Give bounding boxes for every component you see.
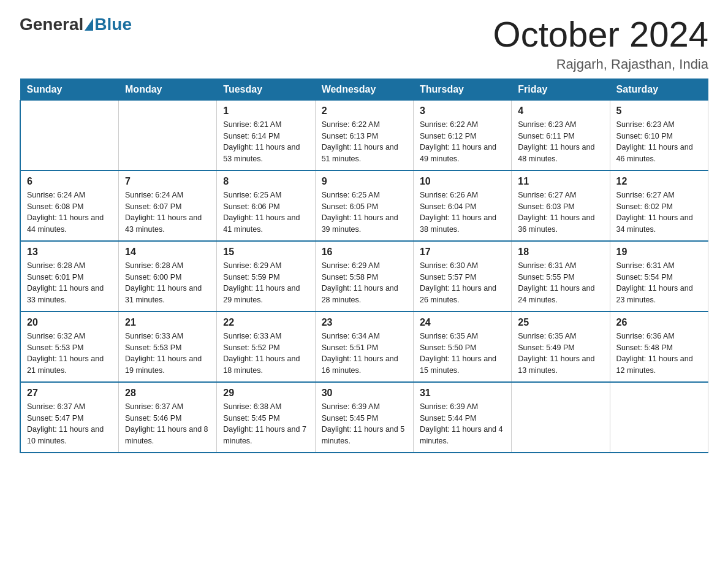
day-info: Sunrise: 6:34 AMSunset: 5:51 PMDaylight:… [322,331,407,377]
day-cell: 13Sunrise: 6:28 AMSunset: 6:01 PMDayligh… [20,241,119,312]
day-cell: 26Sunrise: 6:36 AMSunset: 5:48 PMDayligh… [610,312,708,382]
day-info: Sunrise: 6:29 AMSunset: 5:59 PMDaylight:… [223,260,308,306]
day-info: Sunrise: 6:25 AMSunset: 6:05 PMDaylight:… [322,190,407,236]
day-cell: 23Sunrise: 6:34 AMSunset: 5:51 PMDayligh… [315,312,413,382]
week-row-3: 20Sunrise: 6:32 AMSunset: 5:53 PMDayligh… [20,312,708,382]
day-cell: 31Sunrise: 6:39 AMSunset: 5:44 PMDayligh… [413,382,511,453]
day-cell: 18Sunrise: 6:31 AMSunset: 5:55 PMDayligh… [512,241,610,312]
day-info: Sunrise: 6:21 AMSunset: 6:14 PMDaylight:… [223,119,308,165]
day-number: 31 [420,388,505,399]
day-info: Sunrise: 6:39 AMSunset: 5:44 PMDaylight:… [420,401,505,447]
day-cell: 6Sunrise: 6:24 AMSunset: 6:08 PMDaylight… [20,170,119,241]
day-number: 23 [322,317,407,328]
day-cell: 5Sunrise: 6:23 AMSunset: 6:10 PMDaylight… [610,100,708,170]
day-cell: 3Sunrise: 6:22 AMSunset: 6:12 PMDaylight… [413,100,511,170]
day-number: 7 [125,176,210,187]
day-info: Sunrise: 6:22 AMSunset: 6:13 PMDaylight:… [322,119,407,165]
day-number: 12 [616,176,702,187]
logo: General Blue [20,15,132,34]
day-cell: 17Sunrise: 6:30 AMSunset: 5:57 PMDayligh… [413,241,511,312]
day-cell: 16Sunrise: 6:29 AMSunset: 5:58 PMDayligh… [315,241,413,312]
day-info: Sunrise: 6:23 AMSunset: 6:11 PMDaylight:… [518,119,603,165]
day-number: 15 [223,247,308,258]
day-info: Sunrise: 6:28 AMSunset: 6:01 PMDaylight:… [27,260,112,306]
day-info: Sunrise: 6:27 AMSunset: 6:02 PMDaylight:… [616,190,702,236]
day-info: Sunrise: 6:31 AMSunset: 5:54 PMDaylight:… [616,260,702,306]
day-number: 10 [420,176,505,187]
day-cell: 14Sunrise: 6:28 AMSunset: 6:00 PMDayligh… [119,241,217,312]
header-row: SundayMondayTuesdayWednesdayThursdayFrid… [20,79,708,100]
day-cell: 7Sunrise: 6:24 AMSunset: 6:07 PMDaylight… [119,170,217,241]
day-info: Sunrise: 6:38 AMSunset: 5:45 PMDaylight:… [223,401,308,447]
day-number: 11 [518,176,603,187]
day-cell [512,382,610,453]
day-info: Sunrise: 6:24 AMSunset: 6:07 PMDaylight:… [125,190,210,236]
day-cell: 1Sunrise: 6:21 AMSunset: 6:14 PMDaylight… [217,100,315,170]
day-cell: 24Sunrise: 6:35 AMSunset: 5:50 PMDayligh… [413,312,511,382]
week-row-4: 27Sunrise: 6:37 AMSunset: 5:47 PMDayligh… [20,382,708,453]
day-info: Sunrise: 6:33 AMSunset: 5:52 PMDaylight:… [223,331,308,377]
calendar-header: SundayMondayTuesdayWednesdayThursdayFrid… [20,79,708,100]
header-tuesday: Tuesday [217,79,315,100]
day-info: Sunrise: 6:26 AMSunset: 6:04 PMDaylight:… [420,190,505,236]
day-number: 27 [27,388,112,399]
week-row-0: 1Sunrise: 6:21 AMSunset: 6:14 PMDaylight… [20,100,708,170]
week-row-2: 13Sunrise: 6:28 AMSunset: 6:01 PMDayligh… [20,241,708,312]
calendar-table: SundayMondayTuesdayWednesdayThursdayFrid… [20,79,708,453]
day-info: Sunrise: 6:39 AMSunset: 5:45 PMDaylight:… [322,401,407,447]
day-cell: 27Sunrise: 6:37 AMSunset: 5:47 PMDayligh… [20,382,119,453]
logo-area: General Blue [20,15,132,34]
day-info: Sunrise: 6:31 AMSunset: 5:55 PMDaylight:… [518,260,603,306]
day-number: 28 [125,388,210,399]
day-number: 21 [125,317,210,328]
day-number: 29 [223,388,308,399]
day-number: 14 [125,247,210,258]
day-cell: 19Sunrise: 6:31 AMSunset: 5:54 PMDayligh… [610,241,708,312]
day-cell: 22Sunrise: 6:33 AMSunset: 5:52 PMDayligh… [217,312,315,382]
day-cell: 28Sunrise: 6:37 AMSunset: 5:46 PMDayligh… [119,382,217,453]
day-number: 17 [420,247,505,258]
header-saturday: Saturday [610,79,708,100]
page-header: General Blue October 2024 Rajgarh, Rajas… [20,15,708,72]
day-info: Sunrise: 6:30 AMSunset: 5:57 PMDaylight:… [420,260,505,306]
day-number: 18 [518,247,603,258]
day-number: 9 [322,176,407,187]
day-number: 1 [223,105,308,117]
day-number: 20 [27,317,112,328]
header-thursday: Thursday [413,79,511,100]
day-cell: 2Sunrise: 6:22 AMSunset: 6:13 PMDaylight… [315,100,413,170]
day-cell [119,100,217,170]
day-number: 13 [27,247,112,258]
calendar-body: 1Sunrise: 6:21 AMSunset: 6:14 PMDaylight… [20,100,708,453]
day-info: Sunrise: 6:25 AMSunset: 6:06 PMDaylight:… [223,190,308,236]
logo-triangle-icon [85,18,93,31]
day-cell: 15Sunrise: 6:29 AMSunset: 5:59 PMDayligh… [217,241,315,312]
day-number: 3 [420,105,505,117]
day-number: 24 [420,317,505,328]
day-number: 16 [322,247,407,258]
day-cell: 25Sunrise: 6:35 AMSunset: 5:49 PMDayligh… [512,312,610,382]
logo-general-text: General [20,15,83,34]
title-area: October 2024 Rajgarh, Rajasthan, India [493,15,708,72]
day-cell [610,382,708,453]
header-sunday: Sunday [20,79,119,100]
header-monday: Monday [119,79,217,100]
calendar-subtitle: Rajgarh, Rajasthan, India [493,56,708,72]
day-number: 22 [223,317,308,328]
day-cell: 11Sunrise: 6:27 AMSunset: 6:03 PMDayligh… [512,170,610,241]
day-cell: 9Sunrise: 6:25 AMSunset: 6:05 PMDaylight… [315,170,413,241]
day-info: Sunrise: 6:27 AMSunset: 6:03 PMDaylight:… [518,190,603,236]
day-info: Sunrise: 6:23 AMSunset: 6:10 PMDaylight:… [616,119,702,165]
day-info: Sunrise: 6:37 AMSunset: 5:47 PMDaylight:… [27,401,112,447]
day-cell: 12Sunrise: 6:27 AMSunset: 6:02 PMDayligh… [610,170,708,241]
week-row-1: 6Sunrise: 6:24 AMSunset: 6:08 PMDaylight… [20,170,708,241]
day-info: Sunrise: 6:24 AMSunset: 6:08 PMDaylight:… [27,190,112,236]
day-info: Sunrise: 6:22 AMSunset: 6:12 PMDaylight:… [420,119,505,165]
day-number: 5 [616,105,702,117]
day-cell: 8Sunrise: 6:25 AMSunset: 6:06 PMDaylight… [217,170,315,241]
day-cell: 4Sunrise: 6:23 AMSunset: 6:11 PMDaylight… [512,100,610,170]
day-cell [20,100,119,170]
day-info: Sunrise: 6:29 AMSunset: 5:58 PMDaylight:… [322,260,407,306]
day-number: 4 [518,105,603,117]
day-info: Sunrise: 6:37 AMSunset: 5:46 PMDaylight:… [125,401,210,447]
